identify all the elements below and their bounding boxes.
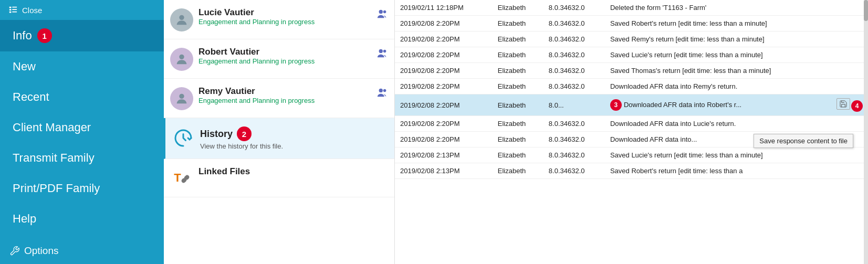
avatar-remy bbox=[170, 87, 193, 110]
history-title: History 2 bbox=[200, 126, 388, 141]
row-user: Elizabeth bbox=[493, 47, 543, 63]
table-row[interactable]: 2019/02/08 2:13PMElizabeth8.0.34632.0Sav… bbox=[395, 163, 868, 179]
client-info-remy: Remy Vautier Engagement and Planning in … bbox=[198, 86, 371, 104]
row-version: 8.0.34632.0 bbox=[543, 31, 605, 47]
sidebar-item-new[interactable]: New bbox=[0, 51, 164, 82]
table-row[interactable]: 2019/02/11 12:18PMElizabeth8.0.34632.0De… bbox=[395, 0, 868, 16]
svg-point-9 bbox=[179, 55, 184, 59]
sidebar-item-client-manager[interactable]: Client Manager bbox=[0, 112, 164, 143]
table-row[interactable]: 2019/02/08 2:20PMElizabeth8.0.34632.0Dow… bbox=[395, 79, 868, 94]
client-name-lucie: Lucie Vautier bbox=[198, 7, 371, 18]
history-subtitle: View the history for this file. bbox=[200, 142, 388, 150]
new-label: New bbox=[13, 60, 36, 73]
row-user: Elizabeth bbox=[493, 16, 543, 31]
client-panel: Lucie Vautier Engagement and Planning in… bbox=[164, 0, 395, 264]
sidebar: Close Info 1 New Recent Client Manager T… bbox=[0, 0, 164, 264]
table-row[interactable]: 2019/02/08 2:20PMElizabeth8.0.34632.0Sav… bbox=[395, 63, 868, 79]
row-date: 2019/02/08 2:20PM bbox=[395, 31, 493, 47]
row-date: 2019/02/08 2:20PM bbox=[395, 79, 493, 94]
client-icons-robert bbox=[377, 48, 388, 59]
table-row[interactable]: 2019/02/08 2:20PMElizabeth8.0.34632.0Dow… bbox=[395, 116, 868, 132]
svg-point-11 bbox=[383, 50, 386, 53]
options-button[interactable]: Options bbox=[0, 238, 164, 264]
row-action: Saved Remy's return [edit time: less tha… bbox=[605, 31, 831, 47]
row-version: 8.0.34632.0 bbox=[543, 0, 605, 16]
history-table: 2019/02/11 12:18PMElizabeth8.0.34632.0De… bbox=[395, 0, 868, 179]
row-date: 2019/02/08 2:20PM bbox=[395, 63, 493, 79]
client-card-remy[interactable]: Remy Vautier Engagement and Planning in … bbox=[164, 79, 394, 118]
row-action: Downloaded AFR data into Remy's return. bbox=[605, 79, 831, 94]
row-user: Elizabeth bbox=[493, 94, 543, 116]
history-panel: 2019/02/11 12:18PMElizabeth8.0.34632.0De… bbox=[395, 0, 868, 264]
table-row[interactable]: 2019/02/08 2:20PMElizabeth8.0.34632.0Sav… bbox=[395, 31, 868, 47]
client-status-robert: Engagement and Planning in progress bbox=[198, 57, 371, 65]
close-button[interactable]: Close bbox=[0, 0, 164, 20]
row-user: Elizabeth bbox=[493, 0, 543, 16]
sidebar-item-help[interactable]: Help bbox=[0, 204, 164, 234]
sidebar-item-print-pdf-family[interactable]: Print/PDF Family bbox=[0, 173, 164, 204]
svg-rect-1 bbox=[9, 9, 12, 10]
row-date: 2019/02/08 2:20PM bbox=[395, 132, 493, 147]
svg-point-7 bbox=[379, 10, 383, 14]
row-action: Saved Thomas's return [edit time: less t… bbox=[605, 63, 831, 79]
print-pdf-family-label: Print/PDF Family bbox=[13, 182, 100, 195]
table-row[interactable]: 2019/02/08 2:13PMElizabeth8.0.34632.0Sav… bbox=[395, 147, 868, 163]
scrollbar[interactable] bbox=[864, 0, 868, 264]
history-card[interactable]: History 2 View the history for this file… bbox=[164, 118, 394, 159]
close-icon bbox=[8, 5, 18, 15]
sidebar-item-transmit-family[interactable]: Transmit Family bbox=[0, 143, 164, 173]
row-user: Elizabeth bbox=[493, 116, 543, 132]
client-icons-remy bbox=[377, 87, 388, 99]
row-action: Saved Robert's return [edit time: less t… bbox=[605, 16, 831, 31]
help-label: Help bbox=[13, 212, 36, 225]
row-date: 2019/02/08 2:20PM bbox=[395, 116, 493, 132]
info-label: Info bbox=[13, 29, 32, 43]
table-row[interactable]: 2019/02/08 2:20PMElizabeth8.0.34632.0Sav… bbox=[395, 16, 868, 31]
row-version: 8.0.34632.0 bbox=[543, 163, 605, 179]
client-status-remy: Engagement and Planning in progress bbox=[198, 97, 371, 104]
svg-point-6 bbox=[179, 15, 184, 20]
svg-rect-2 bbox=[9, 12, 12, 13]
row-btn-cell bbox=[831, 47, 868, 63]
row-date: 2019/02/08 2:20PM bbox=[395, 94, 493, 116]
row-date: 2019/02/08 2:20PM bbox=[395, 16, 493, 31]
client-card-robert[interactable]: Robert Vautier Engagement and Planning i… bbox=[164, 39, 394, 79]
table-row[interactable]: 2019/02/08 2:20PMElizabeth8.0.34632.0Sav… bbox=[395, 47, 868, 63]
wrench-icon bbox=[9, 246, 20, 256]
row-date: 2019/02/08 2:20PM bbox=[395, 47, 493, 63]
row-btn-cell[interactable]: 4 bbox=[831, 94, 868, 116]
save-response-tooltip: Save response content to file bbox=[754, 134, 853, 148]
row-btn-cell bbox=[831, 16, 868, 31]
save-icon bbox=[839, 100, 848, 108]
sidebar-item-recent[interactable]: Recent bbox=[0, 82, 164, 112]
row-version: 8.0.34632.0 bbox=[543, 16, 605, 31]
person-icon-remy bbox=[377, 87, 388, 99]
client-card-lucie[interactable]: Lucie Vautier Engagement and Planning in… bbox=[164, 0, 394, 39]
row-user: Elizabeth bbox=[493, 132, 543, 147]
history-info: History 2 View the history for this file… bbox=[200, 126, 388, 150]
linked-files-card[interactable]: T Linked Files bbox=[164, 159, 394, 197]
svg-point-14 bbox=[383, 89, 386, 92]
row-action: Saved Lucie's return [edit time: less th… bbox=[605, 47, 831, 63]
avatar-robert bbox=[170, 48, 193, 71]
person-icon-robert bbox=[377, 48, 388, 59]
row-version: 8.0.34632.0 bbox=[543, 147, 605, 163]
transmit-family-label: Transmit Family bbox=[13, 151, 95, 164]
row-action: Saved Robert's return [edit time: less t… bbox=[605, 163, 831, 179]
row-date: 2019/02/11 12:18PM bbox=[395, 0, 493, 16]
row-btn-cell bbox=[831, 31, 868, 47]
table-row[interactable]: 2019/02/08 2:20PMElizabeth8.0...3Downloa… bbox=[395, 94, 868, 116]
scrollbar-thumb[interactable] bbox=[864, 0, 868, 21]
row-action: Deleted the form 'T1163 - Farm' bbox=[605, 0, 831, 16]
row-date: 2019/02/08 2:13PM bbox=[395, 163, 493, 179]
save-response-button[interactable] bbox=[836, 98, 850, 110]
svg-point-13 bbox=[379, 89, 383, 92]
row-action: Saved Lucie's return [edit time: less th… bbox=[605, 147, 831, 163]
history-icon bbox=[172, 126, 195, 150]
svg-rect-4 bbox=[12, 9, 17, 10]
row-version: 8.0.34632.0 bbox=[543, 79, 605, 94]
sidebar-item-info[interactable]: Info 1 bbox=[0, 20, 164, 51]
svg-point-10 bbox=[379, 49, 383, 53]
client-name-remy: Remy Vautier bbox=[198, 86, 371, 97]
linked-files-title: Linked Files bbox=[198, 166, 388, 177]
